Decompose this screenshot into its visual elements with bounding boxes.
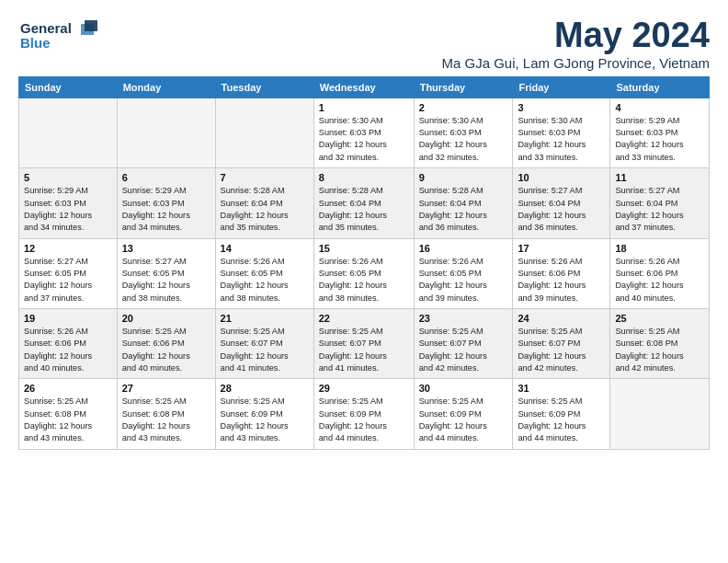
page: General Blue May 2024 Ma GJa Gui, Lam GJ… <box>0 0 728 459</box>
day-info: Sunrise: 5:25 AM Sunset: 6:08 PM Dayligh… <box>122 396 210 444</box>
calendar-cell-4-2: 28Sunrise: 5:25 AM Sunset: 6:09 PM Dayli… <box>215 379 313 449</box>
day-info: Sunrise: 5:28 AM Sunset: 6:04 PM Dayligh… <box>319 185 409 234</box>
day-info: Sunrise: 5:30 AM Sunset: 6:03 PM Dayligh… <box>419 115 508 164</box>
day-number: 8 <box>319 172 409 183</box>
day-number: 7 <box>221 172 309 183</box>
header-tuesday: Tuesday <box>215 76 313 98</box>
day-number: 28 <box>221 383 309 394</box>
calendar-cell-0-5: 3Sunrise: 5:30 AM Sunset: 6:03 PM Daylig… <box>513 98 610 167</box>
calendar-cell-4-5: 31Sunrise: 5:25 AM Sunset: 6:09 PM Dayli… <box>513 379 610 449</box>
day-info: Sunrise: 5:25 AM Sunset: 6:06 PM Dayligh… <box>122 326 210 374</box>
calendar-cell-3-1: 20Sunrise: 5:25 AM Sunset: 6:06 PM Dayli… <box>117 308 215 378</box>
day-number: 26 <box>24 383 112 394</box>
day-info: Sunrise: 5:25 AM Sunset: 6:09 PM Dayligh… <box>221 396 309 444</box>
header-thursday: Thursday <box>414 76 513 98</box>
calendar-cell-2-1: 13Sunrise: 5:27 AM Sunset: 6:05 PM Dayli… <box>117 238 215 308</box>
day-number: 31 <box>518 383 605 394</box>
calendar-cell-0-1 <box>117 98 215 167</box>
logo: General Blue <box>18 17 101 53</box>
calendar-cell-1-5: 10Sunrise: 5:27 AM Sunset: 6:04 PM Dayli… <box>513 168 610 238</box>
day-number: 1 <box>319 102 409 113</box>
svg-text:Blue: Blue <box>20 35 51 51</box>
day-number: 18 <box>615 243 704 254</box>
day-number: 27 <box>122 383 210 394</box>
calendar-cell-1-6: 11Sunrise: 5:27 AM Sunset: 6:04 PM Dayli… <box>610 168 710 238</box>
calendar-cell-1-1: 6Sunrise: 5:29 AM Sunset: 6:03 PM Daylig… <box>117 168 215 238</box>
header-saturday: Saturday <box>610 76 710 98</box>
day-number: 29 <box>319 383 409 394</box>
day-number: 30 <box>419 383 508 394</box>
day-info: Sunrise: 5:25 AM Sunset: 6:08 PM Dayligh… <box>615 326 704 374</box>
day-number: 2 <box>419 102 508 113</box>
day-info: Sunrise: 5:25 AM Sunset: 6:09 PM Dayligh… <box>419 396 508 444</box>
title-block: May 2024 Ma GJa Gui, Lam GJong Province,… <box>441 17 710 71</box>
calendar-cell-3-2: 21Sunrise: 5:25 AM Sunset: 6:07 PM Dayli… <box>215 308 313 378</box>
header-wednesday: Wednesday <box>313 76 414 98</box>
day-info: Sunrise: 5:28 AM Sunset: 6:04 PM Dayligh… <box>221 185 309 234</box>
day-info: Sunrise: 5:25 AM Sunset: 6:09 PM Dayligh… <box>518 396 605 444</box>
day-number: 14 <box>221 243 309 254</box>
day-info: Sunrise: 5:29 AM Sunset: 6:03 PM Dayligh… <box>24 185 112 234</box>
calendar-cell-1-3: 8Sunrise: 5:28 AM Sunset: 6:04 PM Daylig… <box>313 168 414 238</box>
day-info: Sunrise: 5:26 AM Sunset: 6:06 PM Dayligh… <box>518 256 605 304</box>
day-info: Sunrise: 5:30 AM Sunset: 6:03 PM Dayligh… <box>319 115 409 164</box>
calendar-cell-2-5: 17Sunrise: 5:26 AM Sunset: 6:06 PM Dayli… <box>513 238 610 308</box>
day-info: Sunrise: 5:25 AM Sunset: 6:07 PM Dayligh… <box>319 326 409 374</box>
calendar-cell-2-4: 16Sunrise: 5:26 AM Sunset: 6:05 PM Dayli… <box>414 238 513 308</box>
calendar-cell-1-4: 9Sunrise: 5:28 AM Sunset: 6:04 PM Daylig… <box>414 168 513 238</box>
calendar-cell-3-6: 25Sunrise: 5:25 AM Sunset: 6:08 PM Dayli… <box>610 308 710 378</box>
calendar-cell-2-0: 12Sunrise: 5:27 AM Sunset: 6:05 PM Dayli… <box>19 238 118 308</box>
day-info: Sunrise: 5:27 AM Sunset: 6:05 PM Dayligh… <box>24 256 112 304</box>
day-number: 23 <box>419 313 508 324</box>
day-info: Sunrise: 5:25 AM Sunset: 6:07 PM Dayligh… <box>518 326 605 374</box>
calendar-cell-3-0: 19Sunrise: 5:26 AM Sunset: 6:06 PM Dayli… <box>19 308 118 378</box>
calendar-cell-1-2: 7Sunrise: 5:28 AM Sunset: 6:04 PM Daylig… <box>215 168 313 238</box>
header-row: Sunday Monday Tuesday Wednesday Thursday… <box>19 76 710 98</box>
day-number: 11 <box>615 172 704 183</box>
calendar-cell-3-5: 24Sunrise: 5:25 AM Sunset: 6:07 PM Dayli… <box>513 308 610 378</box>
day-number: 17 <box>518 243 605 254</box>
day-number: 22 <box>319 313 409 324</box>
day-info: Sunrise: 5:26 AM Sunset: 6:05 PM Dayligh… <box>221 256 309 304</box>
day-number: 5 <box>24 172 112 183</box>
calendar-week-1: 5Sunrise: 5:29 AM Sunset: 6:03 PM Daylig… <box>19 168 710 238</box>
day-number: 4 <box>615 102 704 113</box>
day-info: Sunrise: 5:25 AM Sunset: 6:07 PM Dayligh… <box>419 326 508 374</box>
day-number: 10 <box>518 172 605 183</box>
calendar-cell-0-4: 2Sunrise: 5:30 AM Sunset: 6:03 PM Daylig… <box>414 98 513 167</box>
day-number: 6 <box>122 172 210 183</box>
calendar-cell-0-0 <box>19 98 118 167</box>
day-info: Sunrise: 5:28 AM Sunset: 6:04 PM Dayligh… <box>419 185 508 234</box>
svg-text:General: General <box>20 20 72 36</box>
day-number: 20 <box>122 313 210 324</box>
logo-svg: General Blue <box>18 17 101 53</box>
calendar-cell-3-3: 22Sunrise: 5:25 AM Sunset: 6:07 PM Dayli… <box>313 308 414 378</box>
day-number: 25 <box>615 313 704 324</box>
day-number: 15 <box>319 243 409 254</box>
calendar-cell-2-3: 15Sunrise: 5:26 AM Sunset: 6:05 PM Dayli… <box>313 238 414 308</box>
day-info: Sunrise: 5:30 AM Sunset: 6:03 PM Dayligh… <box>518 115 605 164</box>
svg-marker-3 <box>85 20 97 31</box>
header-friday: Friday <box>513 76 610 98</box>
day-info: Sunrise: 5:26 AM Sunset: 6:06 PM Dayligh… <box>24 326 112 374</box>
day-number: 12 <box>24 243 112 254</box>
calendar-cell-0-2 <box>215 98 313 167</box>
day-info: Sunrise: 5:25 AM Sunset: 6:07 PM Dayligh… <box>221 326 309 374</box>
calendar-cell-0-3: 1Sunrise: 5:30 AM Sunset: 6:03 PM Daylig… <box>313 98 414 167</box>
calendar-week-3: 19Sunrise: 5:26 AM Sunset: 6:06 PM Dayli… <box>19 308 710 378</box>
calendar-cell-2-2: 14Sunrise: 5:26 AM Sunset: 6:05 PM Dayli… <box>215 238 313 308</box>
day-info: Sunrise: 5:25 AM Sunset: 6:08 PM Dayligh… <box>24 396 112 444</box>
header-monday: Monday <box>117 76 215 98</box>
calendar-cell-3-4: 23Sunrise: 5:25 AM Sunset: 6:07 PM Dayli… <box>414 308 513 378</box>
day-info: Sunrise: 5:29 AM Sunset: 6:03 PM Dayligh… <box>122 185 210 234</box>
day-info: Sunrise: 5:29 AM Sunset: 6:03 PM Dayligh… <box>615 115 704 164</box>
day-number: 9 <box>419 172 508 183</box>
day-number: 24 <box>518 313 605 324</box>
calendar-cell-4-0: 26Sunrise: 5:25 AM Sunset: 6:08 PM Dayli… <box>19 379 118 449</box>
calendar-week-2: 12Sunrise: 5:27 AM Sunset: 6:05 PM Dayli… <box>19 238 710 308</box>
calendar-cell-4-1: 27Sunrise: 5:25 AM Sunset: 6:08 PM Dayli… <box>117 379 215 449</box>
location-title: Ma GJa Gui, Lam GJong Province, Vietnam <box>441 55 710 71</box>
calendar-cell-4-3: 29Sunrise: 5:25 AM Sunset: 6:09 PM Dayli… <box>313 379 414 449</box>
day-info: Sunrise: 5:27 AM Sunset: 6:04 PM Dayligh… <box>615 185 704 234</box>
day-number: 16 <box>419 243 508 254</box>
